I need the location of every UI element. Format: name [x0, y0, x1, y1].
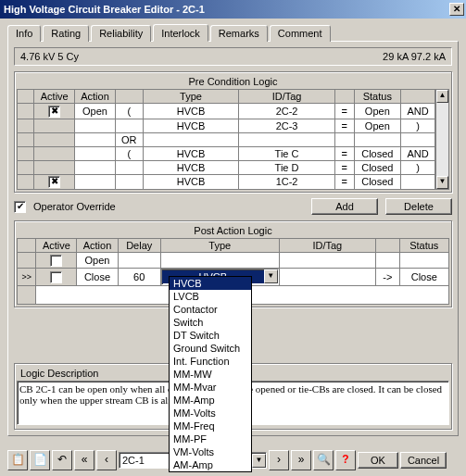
table-row[interactable]: HVCB2C-3=Open) — [18, 119, 435, 132]
dropdown-option[interactable]: HVCB — [170, 277, 251, 290]
dropdown-option[interactable]: Ground Switch — [170, 342, 251, 355]
dropdown-option[interactable]: MM-Freq — [170, 420, 251, 432]
tab-comment[interactable]: Comment — [270, 25, 331, 42]
pre-condition-table[interactable]: Active Action Type ID/Tag Status ✖Open(H… — [17, 89, 435, 190]
help-icon[interactable]: ? — [335, 450, 356, 470]
titlebar: High Voltage Circuit Breaker Editor - 2C… — [0, 0, 466, 19]
info-bar: 4.76 kV 5 Cy 29 kA 97.2 kA — [14, 47, 452, 66]
tab-rating[interactable]: Rating — [43, 25, 89, 42]
dropdown-option[interactable]: Int. Function — [170, 355, 251, 368]
dropdown-option[interactable]: MM-PF — [170, 432, 251, 445]
active-checkbox[interactable]: ✖ — [48, 106, 60, 118]
close-icon[interactable]: ✕ — [449, 3, 464, 16]
dropdown-option[interactable]: LVCB — [170, 290, 251, 303]
dropdown-option[interactable]: MM-Mvar — [170, 381, 251, 394]
last-icon[interactable]: » — [291, 450, 311, 470]
active-checkbox[interactable] — [50, 271, 62, 283]
table-row[interactable]: ✖HVCB1C-2=Closed — [18, 174, 435, 190]
tab-remarks[interactable]: Remarks — [210, 25, 268, 42]
add-button[interactable]: Add — [311, 198, 378, 215]
dropdown-option[interactable]: Switch — [170, 316, 251, 329]
active-checkbox[interactable] — [50, 255, 62, 267]
cancel-button[interactable]: Cancel — [400, 452, 447, 469]
chevron-down-icon[interactable]: ▼ — [264, 269, 278, 283]
window-title: High Voltage Circuit Breaker Editor - 2C… — [4, 4, 449, 15]
post-action-title: Post Action Logic — [17, 223, 449, 238]
tab-interlock[interactable]: Interlock — [153, 24, 208, 42]
table-row[interactable]: HVCBTie D=Closed) — [18, 160, 435, 174]
operator-override-label: Operator Override — [33, 201, 116, 212]
dropdown-option[interactable]: MM-Amp — [170, 394, 251, 407]
info-right: 29 kA 97.2 kA — [383, 51, 446, 62]
table-row[interactable]: (HVCBTie C=ClosedAND — [18, 146, 435, 160]
tab-reliability[interactable]: Reliability — [91, 25, 151, 42]
table-row[interactable]: ✖Open(HVCB2C-2=OpenAND — [18, 104, 435, 119]
first-icon[interactable]: « — [74, 450, 94, 470]
undo-icon[interactable]: ↶ — [52, 450, 72, 470]
dropdown-option[interactable]: AM-Amp — [170, 458, 251, 471]
pre-scrollbar[interactable]: ▲ ▼ — [435, 89, 449, 190]
pre-condition-group: Pre Condition Logic Active Action Type I… — [14, 71, 452, 193]
dropdown-option[interactable]: Contactor — [170, 303, 251, 316]
tab-strip: Info Rating Reliability Interlock Remark… — [7, 25, 459, 42]
active-checkbox[interactable]: ✖ — [48, 176, 60, 188]
ok-button[interactable]: OK — [358, 452, 398, 469]
paste-icon[interactable]: 📄 — [30, 450, 50, 470]
delete-button[interactable]: Delete — [385, 198, 452, 215]
dropdown-option[interactable]: DT Switch — [170, 329, 251, 342]
dropdown-option[interactable]: MM-Volts — [170, 407, 251, 420]
chevron-down-icon[interactable]: ▼ — [252, 454, 266, 468]
operator-override-checkbox[interactable]: ✔ — [14, 201, 26, 213]
type-dropdown-list[interactable]: HVCBLVCBContactorSwitchDT SwitchGround S… — [169, 276, 252, 472]
find-icon[interactable]: 🔍 — [313, 450, 334, 470]
prev-icon[interactable]: ‹ — [96, 450, 117, 470]
tab-info[interactable]: Info — [7, 25, 41, 42]
next-icon[interactable]: › — [269, 450, 289, 470]
info-left: 4.76 kV 5 Cy — [20, 51, 383, 62]
table-row[interactable]: Open — [18, 253, 449, 269]
dropdown-option[interactable]: VM-Volts — [170, 445, 251, 458]
pre-condition-title: Pre Condition Logic — [17, 74, 449, 89]
copy-icon[interactable]: 📋 — [7, 450, 28, 470]
table-row[interactable]: OR — [18, 132, 435, 146]
dropdown-option[interactable]: MM-MW — [170, 368, 251, 381]
